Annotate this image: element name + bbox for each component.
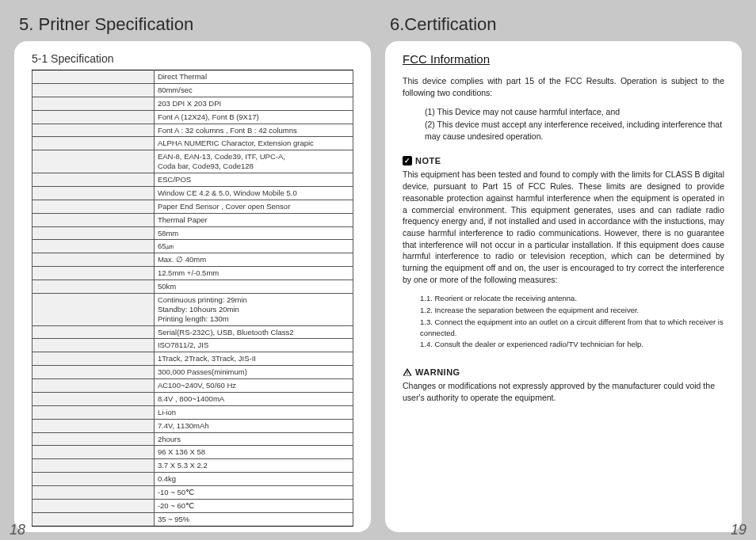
note-body: This equipment has been tested and found… (403, 169, 724, 285)
note-icon: ✓ (403, 156, 412, 165)
spec-value-cell: 35 ~ 95% (154, 512, 353, 526)
spec-value-cell: ISO7811/2, JIS (154, 339, 353, 352)
table-row: 80mm/sec (32, 83, 353, 97)
section-number: 5. (19, 14, 33, 34)
spec-value-cell: 8.4V , 800~1400mA (154, 392, 353, 405)
spec-label-cell (32, 280, 155, 294)
spec-value-cell: Continuous printing: 29min Standby: 10ho… (154, 293, 353, 325)
spec-value-cell: 3.7 X 5.3 X 2.2 (154, 459, 353, 473)
table-row: 7.4V, 1130mAh (32, 419, 353, 432)
spec-label-cell (32, 352, 155, 366)
spec-label-cell (32, 512, 155, 526)
spec-value-cell: 0.4kg (154, 473, 353, 486)
table-row: 65㎛ (32, 240, 353, 253)
spec-value-cell: 80mm/sec (154, 83, 353, 97)
spec-label-cell (32, 325, 155, 339)
spec-label-cell (32, 432, 155, 446)
spec-label-cell (32, 486, 155, 500)
table-row: 12.5mm +/-0.5mm (32, 267, 353, 280)
spec-card: 5-1 Specification Direct Thermal80mm/sec… (14, 41, 371, 532)
spec-value-cell: 1Track, 2Track, 3Track, JIS-II (154, 352, 353, 366)
spec-label-cell (32, 213, 155, 226)
spec-value-cell: -10 ~ 50℃ (154, 486, 353, 500)
spec-value-cell: Font A (12X24), Font B (9X17) (154, 110, 353, 124)
spec-value-cell: 50km (154, 280, 353, 294)
spec-value-cell: 96 X 136 X 58 (154, 446, 353, 459)
spec-label-cell (32, 473, 155, 486)
warning-heading: WARNING (403, 367, 724, 377)
spec-label-cell (32, 459, 155, 473)
spec-label-cell (32, 124, 155, 137)
spec-value-cell: Font A : 32 columns , Font B : 42 column… (154, 124, 353, 137)
spec-label-cell (32, 137, 155, 150)
fcc-heading: FCC Information (403, 52, 724, 66)
spec-value-cell: Serial(RS-232C), USB, Bluetooth Class2 (154, 325, 353, 339)
spec-label-cell (32, 267, 155, 280)
table-row: 203 DPI X 203 DPI (32, 97, 353, 110)
spec-value-cell: Paper End Sensor , Cover open Sensor (154, 200, 353, 213)
spec-label-cell (32, 70, 155, 84)
measure-item: 1.3. Connect the equipment into an outle… (420, 317, 724, 339)
section-name: Certification (404, 14, 496, 34)
spec-label-cell (32, 110, 155, 124)
table-row: 2hours (32, 432, 353, 446)
table-row: 8.4V , 800~1400mA (32, 392, 353, 405)
fcc-intro: This device complies with part 15 of the… (403, 75, 724, 98)
spec-label-cell (32, 97, 155, 110)
spec-label-cell (32, 293, 155, 325)
table-row: Paper End Sensor , Cover open Sensor (32, 200, 353, 213)
page-number-right: 19 (731, 522, 746, 538)
table-row: Li-ion (32, 405, 353, 419)
spec-value-cell: 12.5mm +/-0.5mm (154, 267, 353, 280)
table-row: ESC/POS (32, 173, 353, 187)
table-row: Serial(RS-232C), USB, Bluetooth Class2 (32, 325, 353, 339)
note-label-text: NOTE (415, 156, 441, 165)
spec-label-cell (32, 392, 155, 405)
table-row: 58mm (32, 226, 353, 240)
spec-value-cell: 2hours (154, 432, 353, 446)
table-row: Thermal Paper (32, 213, 353, 226)
table-row: Window CE 4.2 & 5.0, Window Mobile 5.0 (32, 186, 353, 200)
table-row: 96 X 136 X 58 (32, 446, 353, 459)
left-page: 5. Pritner Specification 5-1 Specificati… (14, 14, 371, 532)
spec-value-cell: 7.4V, 1130mAh (154, 419, 353, 432)
section-name: Pritner Specification (38, 14, 193, 34)
condition-item: (2) This device must accept any interfer… (425, 119, 724, 142)
spec-value-cell: EAN-8, EAN-13, Code39, ITF, UPC-A, Coda … (154, 150, 353, 173)
table-row: Continuous printing: 29min Standby: 10ho… (32, 293, 353, 325)
table-row: 3.7 X 5.3 X 2.2 (32, 459, 353, 473)
table-row: -10 ~ 50℃ (32, 486, 353, 500)
spec-label-cell (32, 83, 155, 97)
table-row: ALPHA NUMERIC Charactor, Extension grapi… (32, 137, 353, 150)
spec-label-cell (32, 226, 155, 240)
page-number-left: 18 (10, 522, 25, 538)
section-title-6: 6.Certification (385, 14, 742, 35)
cert-card: FCC Information This device complies wit… (385, 41, 742, 532)
warning-label-text: WARNING (415, 367, 460, 377)
spec-label-cell (32, 446, 155, 459)
spec-label-cell (32, 366, 155, 379)
fcc-conditions: (1) This Device may not cause harmful in… (425, 106, 724, 142)
spec-label-cell (32, 499, 155, 512)
spec-value-cell: -20 ~ 60℃ (154, 499, 353, 512)
spec-value-cell: 65㎛ (154, 240, 353, 253)
measure-item: 1.1. Reorient or relocate the receiving … (420, 293, 724, 304)
spec-label-cell (32, 150, 155, 173)
spec-value-cell: AC100~240V, 50/60 Hz (154, 379, 353, 393)
spec-value-cell: Thermal Paper (154, 213, 353, 226)
table-row: 50km (32, 280, 353, 294)
spec-label-cell (32, 173, 155, 187)
measures-list: 1.1. Reorient or relocate the receiving … (420, 293, 724, 350)
condition-item: (1) This Device may not cause harmful in… (425, 106, 724, 118)
spec-label-cell (32, 379, 155, 393)
table-row: Font A (12X24), Font B (9X17) (32, 110, 353, 124)
table-row: ISO7811/2, JIS (32, 339, 353, 352)
spec-label-cell (32, 339, 155, 352)
spec-value-cell: Li-ion (154, 405, 353, 419)
spec-value-cell: Window CE 4.2 & 5.0, Window Mobile 5.0 (154, 186, 353, 200)
spec-value-cell: Direct Thermal (154, 70, 353, 84)
warning-body: Changes or modifications not expressly a… (403, 380, 724, 403)
table-row: Max. ∅ 40mm (32, 253, 353, 267)
table-row: Font A : 32 columns , Font B : 42 column… (32, 124, 353, 137)
spec-value-cell: ESC/POS (154, 173, 353, 187)
